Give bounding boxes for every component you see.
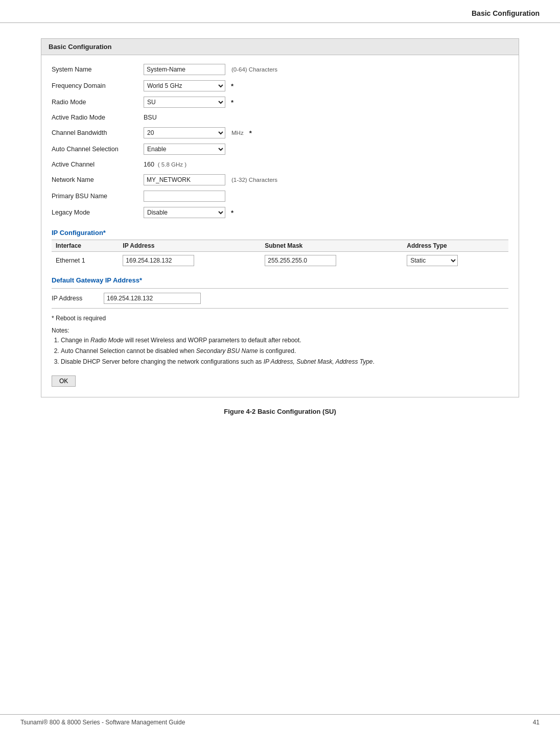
main-content: Basic Configuration System Name (0-64) C… (0, 23, 560, 446)
input-ip-address[interactable] (123, 255, 194, 266)
note-italic-radio-mode: Radio Mode (90, 337, 124, 344)
ip-config-table: Interface IP Address Subnet Mask Address… (52, 240, 508, 269)
control-channel-bandwidth: 20 MHz * (144, 127, 252, 138)
note-italic-ip-config: IP Address, Subnet Mask, Address Type (264, 358, 373, 365)
channel-sub-label: ( 5.8 GHz ) (158, 161, 186, 168)
reboot-note-text: * Reboot is required (52, 315, 106, 322)
control-system-name: (0-64) Characters (144, 64, 277, 75)
cell-interface: Ethernet 1 (52, 252, 119, 270)
ip-config-section: IP Configuration* Interface IP Address S… (52, 229, 508, 269)
footer-right: 41 (533, 719, 540, 726)
star-radio-mode: * (231, 99, 234, 106)
star-legacy-mode: * (231, 209, 234, 217)
row-active-channel: Active Channel 160 ( 5.8 GHz ) (52, 157, 508, 172)
unit-channel-bandwidth: MHz (231, 130, 244, 136)
label-auto-channel-selection: Auto Channel Selection (52, 146, 144, 153)
col-address-type: Address Type (403, 240, 508, 252)
page-footer: Tsunami® 800 & 8000 Series - Software Ma… (0, 714, 560, 730)
input-system-name[interactable] (144, 64, 225, 75)
label-active-channel: Active Channel (52, 161, 144, 168)
row-system-name: System Name (0-64) Characters (52, 61, 508, 78)
default-gateway-section: Default Gateway IP Address* IP Address (52, 276, 508, 309)
ok-button[interactable]: OK (52, 375, 76, 387)
config-body: System Name (0-64) Characters Frequency … (41, 55, 519, 387)
gw-label: IP Address (52, 295, 98, 302)
row-radio-mode: Radio Mode SU * (52, 94, 508, 110)
page-header: Basic Configuration (0, 0, 560, 23)
reboot-note: * Reboot is required (52, 315, 508, 322)
config-box: Basic Configuration System Name (0-64) C… (41, 38, 519, 397)
label-channel-bandwidth: Channel Bandwidth (52, 129, 144, 136)
col-subnet-mask: Subnet Mask (261, 240, 403, 252)
note-italic-secondary-bsu: Secondary BSU Name (196, 347, 258, 355)
label-network-name: Network Name (52, 176, 144, 183)
ip-config-title: IP Configuration* (52, 229, 508, 237)
control-active-radio-mode: BSU (144, 114, 157, 121)
default-gateway-row: IP Address (52, 288, 508, 309)
control-frequency-domain: World 5 GHz * (144, 80, 234, 91)
select-auto-channel-selection[interactable]: Enable (144, 144, 225, 155)
star-channel-bandwidth: * (249, 129, 252, 137)
list-item: Disable DHCP Server before changing the … (61, 357, 508, 367)
control-legacy-mode: Disable * (144, 207, 234, 218)
notes-title: Notes: (52, 327, 508, 334)
row-active-radio-mode: Active Radio Mode BSU (52, 110, 508, 125)
control-radio-mode: SU * (144, 97, 234, 108)
list-item: Change in Radio Mode will reset Wireless… (61, 336, 508, 345)
row-auto-channel-selection: Auto Channel Selection Enable (52, 141, 508, 157)
header-title: Basic Configuration (472, 9, 540, 17)
control-auto-channel-selection: Enable (144, 144, 225, 155)
control-primary-bsu-name (144, 191, 225, 202)
select-address-type[interactable]: Static (407, 255, 458, 266)
value-active-radio-mode: BSU (144, 114, 157, 121)
config-box-title: Basic Configuration (41, 39, 519, 55)
cell-ip-address (119, 252, 261, 270)
select-legacy-mode[interactable]: Disable (144, 207, 225, 218)
label-system-name: System Name (52, 66, 144, 73)
select-radio-mode[interactable]: SU (144, 97, 225, 108)
label-legacy-mode: Legacy Mode (52, 209, 144, 216)
ip-table-row: Ethernet 1 Static (52, 252, 508, 270)
col-ip-address: IP Address (119, 240, 261, 252)
input-gateway-ip[interactable] (104, 293, 201, 304)
cell-subnet-mask (261, 252, 403, 270)
row-channel-bandwidth: Channel Bandwidth 20 MHz * (52, 125, 508, 141)
default-gateway-title: Default Gateway IP Address* (52, 276, 508, 284)
list-item: Auto Channel Selection cannot be disable… (61, 346, 508, 356)
input-subnet-mask[interactable] (265, 255, 336, 266)
row-legacy-mode: Legacy Mode Disable * (52, 204, 508, 221)
select-channel-bandwidth[interactable]: 20 (144, 127, 225, 138)
input-network-name[interactable] (144, 174, 225, 185)
col-interface: Interface (52, 240, 119, 252)
notes-list: Change in Radio Mode will reset Wireless… (61, 336, 508, 367)
footer-left: Tsunami® 800 & 8000 Series - Software Ma… (20, 719, 185, 726)
label-primary-bsu-name: Primary BSU Name (52, 193, 144, 200)
star-frequency-domain: * (231, 82, 234, 90)
label-frequency-domain: Frequency Domain (52, 82, 144, 89)
cell-address-type: Static (403, 252, 508, 270)
label-active-radio-mode: Active Radio Mode (52, 114, 144, 121)
row-frequency-domain: Frequency Domain World 5 GHz * (52, 78, 508, 94)
figure-caption: Figure 4-2 Basic Configuration (SU) (41, 408, 519, 415)
control-network-name: (1-32) Characters (144, 174, 277, 185)
hint-network-name: (1-32) Characters (231, 177, 277, 183)
row-network-name: Network Name (1-32) Characters (52, 172, 508, 188)
hint-system-name: (0-64) Characters (231, 66, 277, 73)
row-primary-bsu-name: Primary BSU Name (52, 188, 508, 204)
value-active-channel: 160 ( 5.8 GHz ) (144, 161, 186, 168)
label-radio-mode: Radio Mode (52, 99, 144, 106)
control-active-channel: 160 ( 5.8 GHz ) (144, 161, 186, 168)
notes-section: Notes: Change in Radio Mode will reset W… (52, 327, 508, 367)
input-primary-bsu-name[interactable] (144, 191, 225, 202)
ip-table-header-row: Interface IP Address Subnet Mask Address… (52, 240, 508, 252)
select-frequency-domain[interactable]: World 5 GHz (144, 80, 225, 91)
